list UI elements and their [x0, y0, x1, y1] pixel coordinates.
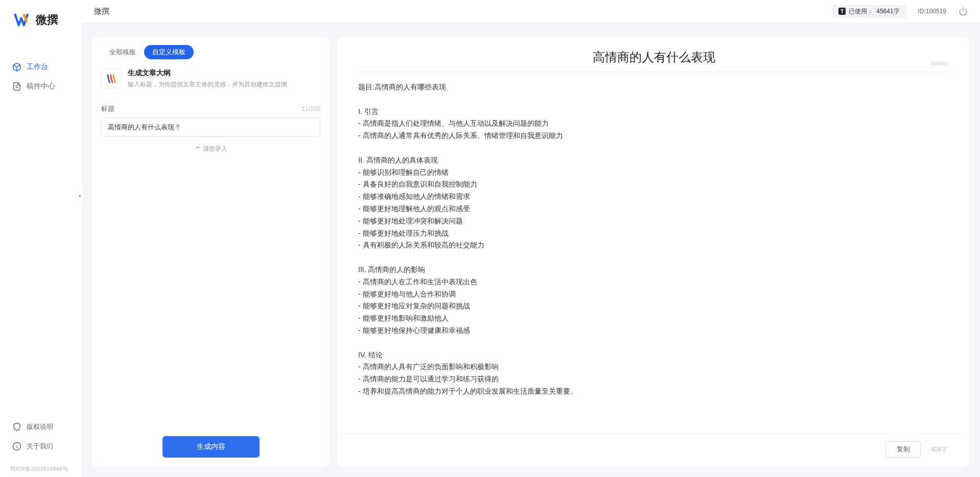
sidebar-item-workbench[interactable]: 工作台 — [4, 58, 78, 76]
chevron-left-icon — [77, 193, 82, 199]
nav-label: 版权说明 — [27, 422, 53, 431]
generate-button[interactable]: 生成内容 — [162, 436, 260, 458]
template-icon — [101, 69, 122, 89]
info-icon — [12, 442, 21, 451]
sidebar-collapse-handle[interactable] — [76, 190, 84, 202]
template-desc: 输入标题，为你提供文章主体的灵感，并为其创建推文提纲 — [128, 80, 320, 89]
template-tabs: 全部模板 自定义模板 — [92, 37, 330, 64]
sidebar-bottom: 版权说明 关于我们 — [0, 414, 82, 461]
sidebar-item-about[interactable]: 关于我们 — [4, 438, 78, 455]
word-count: 404字 — [931, 445, 947, 454]
copy-button[interactable]: 复制 — [886, 441, 921, 458]
nav-label: 关于我们 — [27, 442, 53, 451]
output-header: 高情商的人有什么表现 10/100 — [338, 37, 970, 72]
sidebar: 微撰 工作台 稿件中心 版权说明 关于 — [0, 0, 82, 477]
shield-icon — [12, 422, 21, 431]
topbar: 微撰 T 已使用： 45641字 ID:100519 — [82, 0, 980, 22]
page-title: 微撰 — [94, 7, 109, 16]
sidebar-item-drafts[interactable]: 稿件中心 — [4, 78, 78, 95]
document-icon — [12, 82, 21, 91]
icp-text: 鄂ICP备2022016946号 — [0, 461, 82, 477]
form-section: 标题 11/100 清空录入 — [92, 93, 330, 162]
nav-label: 稿件中心 — [27, 82, 55, 91]
usage-value: 45641字 — [876, 7, 899, 16]
output-panel: 高情商的人有什么表现 10/100 题目:高情商的人有哪些表现 I. 引言 - … — [338, 37, 970, 467]
usage-badge[interactable]: T 已使用： 45641字 — [832, 5, 905, 18]
main: 全部模板 自定义模板 生成文章大纲 输入标题，为你提供文章主体的灵感，并为其创建… — [92, 37, 970, 467]
tab-custom-template[interactable]: 自定义模板 — [144, 45, 194, 59]
output-footer: 复制 404字 — [340, 434, 968, 467]
logo-text: 微撰 — [36, 12, 58, 28]
title-input[interactable] — [101, 118, 320, 137]
logo[interactable]: 微撰 — [0, 0, 82, 38]
title-label: 标题 — [101, 104, 114, 113]
topbar-right: T 已使用： 45641字 ID:100519 — [832, 5, 968, 18]
sidebar-nav: 工作台 稿件中心 — [0, 38, 82, 414]
clear-input-button[interactable]: 清空录入 — [101, 137, 320, 162]
power-icon[interactable] — [959, 7, 968, 16]
output-title: 高情商的人有什么表现 — [358, 49, 949, 65]
usage-label: 已使用： — [849, 7, 873, 16]
template-card: 生成文章大纲 输入标题，为你提供文章主体的灵感，并为其创建推文提纲 — [92, 64, 330, 93]
tab-all-templates[interactable]: 全部模板 — [101, 45, 144, 59]
cube-icon — [12, 62, 21, 72]
user-id: ID:100519 — [918, 8, 946, 15]
nav-label: 工作台 — [27, 62, 48, 72]
sidebar-item-copyright[interactable]: 版权说明 — [4, 418, 78, 436]
title-char-count: 11/100 — [301, 105, 320, 112]
config-panel: 全部模板 自定义模板 生成文章大纲 输入标题，为你提供文章主体的灵感，并为其创建… — [92, 37, 330, 467]
template-title: 生成文章大纲 — [128, 69, 320, 78]
output-content[interactable]: 题目:高情商的人有哪些表现 I. 引言 - 高情商是指人们处理情绪、与他人互动以… — [338, 72, 970, 434]
eraser-icon — [195, 146, 201, 152]
output-title-count: 10/100 — [930, 60, 947, 66]
usage-icon: T — [838, 8, 846, 15]
logo-icon — [14, 13, 32, 27]
